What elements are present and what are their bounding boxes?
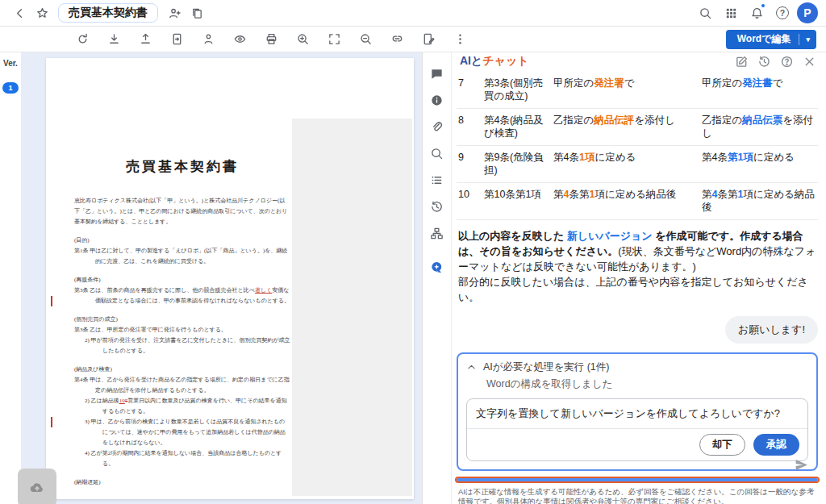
star-button[interactable] (31, 2, 53, 24)
clause-item: 3) 甲は、乙から前項の検査により数量不足若しくは品質不良を通知されたものについ… (85, 417, 290, 448)
fit-screen-button[interactable] (323, 28, 345, 51)
upload-button[interactable] (134, 28, 156, 51)
back-button[interactable] (8, 2, 31, 24)
panel-title-ai: AIと (460, 54, 482, 67)
history-tab[interactable] (429, 198, 445, 215)
clause-heading: (目的) (74, 235, 290, 246)
reject-button[interactable]: 却下 (699, 434, 745, 456)
text-segment: で (773, 77, 783, 89)
clause-heading: (個別売買の成立) (74, 314, 290, 325)
text-segment: 乙指定の (702, 115, 742, 126)
new-version-link[interactable]: 新しいバージョン (567, 230, 653, 242)
text-segment: に定める (753, 152, 795, 163)
clause-item: 2) 甲が前項の発注を受け、注文請書を乙に交付したときに、個別売買契約が成立した… (85, 335, 290, 356)
attachments-tab[interactable] (429, 119, 445, 135)
structure-tab[interactable] (429, 225, 445, 241)
more-vertical-icon (453, 32, 467, 46)
refresh-button[interactable] (71, 28, 94, 51)
panel-title: AIとチャット (460, 54, 529, 69)
clause-text: 第3条 乙は、甲所定の発注署で甲に発注を行うものとする。 (74, 325, 290, 335)
clause-item: 4) 乙が第2項の期間内に結果を通知しない場合、当該商品は合格したものとする。 (85, 448, 290, 469)
edit-in-word-button[interactable]: Wordで編集 ▾ (726, 30, 816, 49)
chat-history-button[interactable] (757, 55, 771, 69)
panel-help-button[interactable] (780, 55, 794, 69)
clause-text: 第1条 甲は乙に対して、甲の製造する「えびロボ」(以下「商品」という。)を、継続… (74, 246, 290, 267)
message-text: 部分的に反映したい場合は、上記の番号や内容を指定してお知らせください。 (458, 274, 816, 305)
confirmation-box: 文字列を置換して新しいバージョンを作成してよろしいですか? 却下 承認 (466, 398, 808, 461)
row-number: 8 (458, 114, 478, 140)
table-row: 7 第3条(個別売買の成立) 甲所定の発注署で 甲所定の発注書で (457, 72, 818, 109)
history-icon (757, 55, 771, 69)
document-title-field[interactable]: 売買基本契約書 (58, 3, 158, 23)
copy-document-button[interactable] (186, 2, 208, 24)
approve-button[interactable]: 承認 (753, 434, 799, 456)
document-viewer[interactable]: 売買基本契約書 恵比寿ロボティクス株式会社(以下「甲」という。)と株式会社品川テ… (21, 52, 422, 504)
zoom-out-button[interactable] (354, 28, 377, 51)
eye-icon (233, 32, 247, 46)
action-card-status: Wordの構成を取得しました (486, 377, 808, 391)
chat-input[interactable] (457, 478, 818, 481)
star-icon (35, 6, 49, 20)
top-bar: 売買基本契約書 ? P (0, 0, 826, 27)
avatar[interactable]: P (797, 2, 818, 23)
row-number: 10 (458, 188, 478, 214)
viewer-toolbar: Wordで編集 ▾ (0, 27, 826, 52)
download-icon (107, 32, 121, 46)
old-highlight: 納品伝評 (594, 115, 634, 126)
version-strip: Ver. 1 (0, 52, 21, 504)
old-highlight: 1項 (579, 152, 594, 163)
search-button[interactable] (694, 2, 716, 24)
ai-chat-icon (430, 260, 444, 274)
version-badge[interactable]: 1 (2, 82, 18, 94)
outline-tab[interactable] (429, 172, 445, 188)
ai-chat-tab[interactable] (429, 259, 445, 275)
more-options-button[interactable] (448, 28, 471, 51)
link-button[interactable] (386, 28, 408, 51)
zoom-in-button[interactable] (291, 28, 314, 51)
row-old-text: 甲所定の発注署で (553, 77, 695, 102)
document-body: 売買基本契約書 恵比寿ロボティクス株式会社(以下「甲」という。)と株式会社品川テ… (74, 161, 290, 488)
inserted-text: 10 (119, 398, 125, 404)
text-segment: 第 (553, 189, 564, 200)
ai-action-card: AIが必要な処理を実行 (1件) Wordの構成を取得しました 文字列を置換して… (457, 352, 818, 471)
search-icon (430, 147, 444, 160)
bell-icon (750, 6, 764, 20)
text-segment: 甲所定の (553, 77, 594, 89)
close-icon (803, 55, 816, 69)
ai-disclaimer: AIは不正確な情報を生成する可能性があるため、必ず回答をご確認ください。この回答… (457, 487, 818, 504)
comment-icon (430, 67, 444, 81)
refresh-icon (76, 32, 90, 46)
upload-tile-button[interactable] (18, 469, 56, 504)
document-convert-icon (170, 32, 184, 46)
panel-header: AIとチャット (457, 52, 818, 69)
row-clause: 第4条(納品及び検査) (484, 114, 547, 140)
clause-item: 2) 乙は納品後105営業日以内に数量及び品質の検査を行い、甲にその結果を通知す… (85, 396, 290, 417)
search-tab[interactable] (429, 145, 445, 161)
convert-document-button[interactable] (165, 28, 188, 51)
send-button[interactable] (794, 457, 809, 475)
clause-heading: (再販条件) (74, 275, 290, 285)
chevron-down-icon[interactable]: ▾ (799, 35, 816, 44)
share-button[interactable] (163, 2, 186, 24)
confirmation-question: 文字列を置換して新しいバージョンを作成してよろしいですか? (467, 399, 807, 428)
grid-icon (724, 6, 738, 20)
text-segment: に定める (594, 152, 636, 163)
comments-tab[interactable] (429, 65, 445, 81)
apps-button[interactable] (720, 2, 742, 24)
preview-button[interactable] (228, 28, 251, 51)
close-panel-button[interactable] (803, 55, 816, 69)
new-chat-button[interactable] (735, 55, 749, 69)
clause-text: 第3条 乙は、前条の商品を再販売するに際し、他の競合販売会社と比べ著しく安価な価… (74, 285, 290, 306)
action-card-header[interactable]: AIが必要な処理を実行 (1件) (466, 360, 808, 374)
help-button[interactable]: ? (771, 2, 794, 24)
info-tab[interactable] (429, 92, 445, 108)
text-segment: 項に定める納品後 (594, 189, 676, 200)
text-segment: 乙指定の (553, 115, 594, 126)
notifications-button[interactable] (745, 2, 768, 24)
download-button[interactable] (102, 28, 125, 51)
text-segment: を添付し (634, 115, 675, 126)
edit-document-button[interactable] (417, 28, 440, 51)
print-button[interactable] (260, 28, 282, 51)
table-row: 8 第4条(納品及び検査) 乙指定の納品伝評を添付し 乙指定の納品伝票を添付し (457, 109, 818, 146)
compare-button[interactable] (197, 28, 219, 51)
